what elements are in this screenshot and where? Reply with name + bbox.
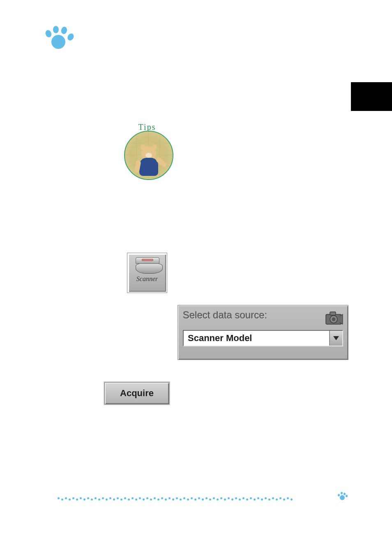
- scanner-label: Scanner: [128, 275, 166, 283]
- bear-figure: [139, 146, 158, 176]
- chevron-down-icon[interactable]: [329, 331, 342, 346]
- camera-icon: [324, 309, 343, 328]
- scanner-icon: [136, 257, 159, 274]
- data-source-value: Scanner Model: [188, 333, 252, 344]
- tips-icon: Tips: [118, 123, 176, 185]
- paw-icon: [337, 491, 347, 501]
- acquire-button[interactable]: Acquire: [104, 382, 169, 404]
- svg-rect-1: [330, 312, 336, 315]
- paw-icon: [43, 23, 72, 51]
- data-source-panel: Select data source: Scanner Model: [178, 305, 348, 360]
- data-source-select[interactable]: Scanner Model: [183, 330, 343, 346]
- tips-globe: [124, 131, 173, 180]
- page-footer-decoration: [58, 492, 347, 502]
- scanner-button[interactable]: Scanner: [127, 253, 167, 293]
- data-source-title: Select data source:: [183, 309, 343, 321]
- dotted-line: [58, 496, 333, 499]
- acquire-label: Acquire: [120, 388, 154, 399]
- svg-point-3: [332, 318, 336, 321]
- side-tab: [351, 82, 392, 111]
- document-page: Tips Scanner Select data source:: [0, 0, 392, 549]
